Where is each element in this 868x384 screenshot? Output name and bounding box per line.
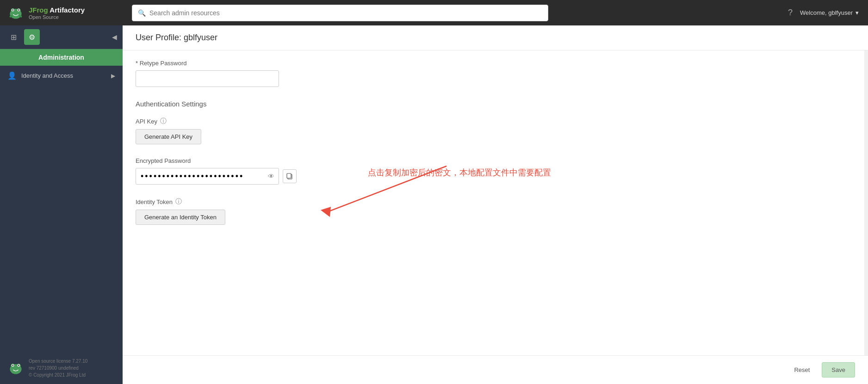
person-icon: 👤 bbox=[7, 71, 17, 80]
eye-icon[interactable]: 👁 bbox=[268, 173, 274, 180]
auth-section-title: Authentication Settings bbox=[136, 100, 855, 108]
search-box[interactable]: 🔍 bbox=[132, 5, 548, 21]
sidebar-item-identity-access[interactable]: 👤 Identity and Access ▶ bbox=[0, 66, 123, 86]
logo-subtitle: Open Source bbox=[29, 14, 85, 20]
svg-point-14 bbox=[12, 365, 13, 366]
logo-title: JFrog Artifactory bbox=[29, 6, 85, 14]
sidebar-footer: Open source license 7.27.10 rev 72710900… bbox=[0, 352, 123, 384]
api-key-info-icon[interactable]: ⓘ bbox=[160, 117, 167, 125]
page-footer: Reset Save bbox=[123, 355, 868, 384]
svg-rect-17 bbox=[287, 173, 291, 178]
dropdown-arrow-icon: ▾ bbox=[856, 9, 859, 16]
encrypted-password-field-wrap: 👁 bbox=[136, 168, 855, 185]
page-header: User Profile: gblfyuser bbox=[123, 25, 868, 50]
sidebar-section-label: Administration bbox=[0, 49, 123, 66]
footer-license-text: Open source license 7.27.10 rev 72710900… bbox=[29, 358, 87, 378]
logo-text-area: JFrog Artifactory Open Source bbox=[29, 6, 85, 20]
api-key-label: API Key ⓘ bbox=[136, 117, 855, 125]
copy-password-button[interactable] bbox=[283, 169, 297, 183]
encrypted-password-label: Encrypted Password bbox=[136, 157, 855, 164]
search-input[interactable] bbox=[149, 9, 542, 17]
header-right: ? Welcome, gblfyuser ▾ bbox=[779, 8, 868, 18]
chevron-right-icon: ▶ bbox=[111, 73, 115, 79]
generate-api-key-button[interactable]: Generate API Key bbox=[136, 129, 201, 144]
generate-identity-token-button[interactable]: Generate an Identity Token bbox=[136, 210, 225, 225]
identity-token-group: Identity Token ⓘ Generate an Identity To… bbox=[136, 198, 855, 225]
top-header: JFrog Artifactory Open Source 🔍 ? Welcom… bbox=[0, 0, 868, 25]
help-icon[interactable]: ? bbox=[788, 8, 793, 18]
user-welcome[interactable]: Welcome, gblfyuser ▾ bbox=[800, 9, 859, 16]
retype-password-group: * Retype Password bbox=[136, 60, 855, 87]
form-section: * Retype Password Authentication Setting… bbox=[123, 50, 868, 247]
search-area: 🔍 bbox=[123, 5, 779, 21]
sidebar: ⊞ ⚙ ◀ Administration 👤 Identity and Acce… bbox=[0, 25, 123, 384]
scrollbar-track[interactable] bbox=[864, 50, 868, 355]
copy-icon bbox=[286, 173, 293, 180]
encrypted-password-input[interactable] bbox=[136, 168, 279, 185]
save-button[interactable]: Save bbox=[822, 362, 855, 378]
retype-password-input[interactable] bbox=[136, 70, 279, 87]
api-key-group: API Key ⓘ Generate API Key bbox=[136, 117, 855, 144]
home-icon-button[interactable]: ⊞ bbox=[6, 29, 21, 45]
main-layout: ⊞ ⚙ ◀ Administration 👤 Identity and Acce… bbox=[0, 25, 868, 384]
admin-icon-button[interactable]: ⚙ bbox=[24, 29, 40, 45]
svg-point-15 bbox=[18, 365, 19, 366]
reset-button[interactable]: Reset bbox=[787, 362, 816, 378]
form-content-wrapper: * Retype Password Authentication Setting… bbox=[123, 50, 868, 355]
retype-password-label: * Retype Password bbox=[136, 60, 855, 67]
sidebar-icons-row: ⊞ ⚙ ◀ bbox=[0, 25, 123, 49]
sidebar-item-label: Identity and Access bbox=[21, 72, 106, 79]
identity-token-label: Identity Token ⓘ bbox=[136, 198, 855, 206]
search-icon: 🔍 bbox=[138, 9, 146, 17]
logo-area: JFrog Artifactory Open Source bbox=[0, 0, 123, 25]
sidebar-collapse-button[interactable]: ◀ bbox=[112, 33, 117, 41]
svg-point-5 bbox=[12, 9, 13, 11]
encrypted-password-group: Encrypted Password 👁 bbox=[136, 157, 855, 185]
footer-frog-icon bbox=[7, 360, 24, 377]
content-area: User Profile: gblfyuser * Retype Passwor… bbox=[123, 25, 868, 384]
identity-token-info-icon[interactable]: ⓘ bbox=[175, 198, 182, 206]
jfrog-logo-icon bbox=[7, 5, 24, 21]
svg-point-6 bbox=[18, 9, 19, 11]
page-title: User Profile: gblfyuser bbox=[136, 33, 217, 42]
password-input-wrapper: 👁 bbox=[136, 168, 279, 185]
